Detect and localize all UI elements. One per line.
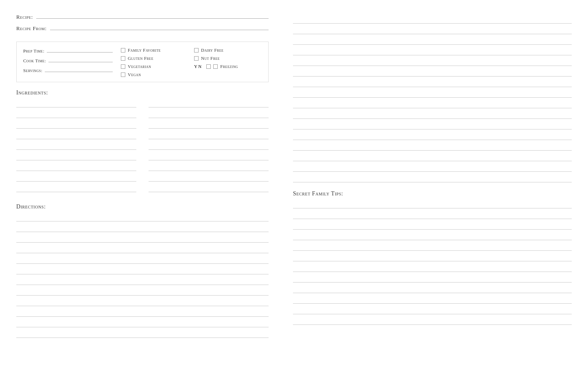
ingredient-line[interactable] xyxy=(149,108,269,118)
right-line[interactable] xyxy=(293,120,572,129)
ingredient-line[interactable] xyxy=(16,140,136,150)
ingredient-line[interactable] xyxy=(16,182,136,192)
ingredient-line[interactable] xyxy=(16,129,136,139)
vegetarian-checkbox[interactable] xyxy=(121,64,125,69)
recipe-from-label: Recipe From: xyxy=(16,25,47,32)
family-favorite-item: Family Favorite xyxy=(121,48,186,53)
tip-line[interactable] xyxy=(293,294,572,304)
recipe-input[interactable] xyxy=(36,12,269,19)
ingredient-line[interactable] xyxy=(149,182,269,192)
ingredient-line[interactable] xyxy=(16,119,136,129)
right-line[interactable] xyxy=(293,151,572,161)
gluten-free-checkbox[interactable] xyxy=(121,56,125,61)
direction-line[interactable] xyxy=(16,286,269,296)
ingredient-line[interactable] xyxy=(149,161,269,171)
right-line[interactable] xyxy=(293,46,572,55)
ingredient-line[interactable] xyxy=(16,161,136,171)
tip-line[interactable] xyxy=(293,283,572,293)
dairy-free-checkbox[interactable] xyxy=(194,48,199,53)
tip-line[interactable] xyxy=(293,230,572,240)
right-line[interactable] xyxy=(293,130,572,140)
ingredients-grid xyxy=(16,98,269,193)
right-line[interactable] xyxy=(293,56,572,66)
meta-box: Prep Time: Cook Time: Servings: Family F… xyxy=(16,42,269,82)
tip-line[interactable] xyxy=(293,241,572,251)
direction-line[interactable] xyxy=(16,328,269,338)
time-fields: Prep Time: Cook Time: Servings: xyxy=(23,47,113,77)
right-line[interactable] xyxy=(293,14,572,24)
ingredient-line[interactable] xyxy=(149,140,269,150)
nut-free-checkbox[interactable] xyxy=(194,56,199,61)
direction-line[interactable] xyxy=(16,243,269,253)
right-line[interactable] xyxy=(293,141,572,151)
vegan-checkbox[interactable] xyxy=(121,72,125,77)
dairy-free-item: Dairy Free xyxy=(194,48,262,53)
ingredient-line[interactable] xyxy=(16,108,136,118)
direction-line[interactable] xyxy=(16,318,269,327)
tip-line[interactable] xyxy=(293,220,572,230)
checkboxes-col1: Family Favorite Gluten Free Vegetarian V… xyxy=(121,47,186,77)
recipe-field-row: Recipe: xyxy=(16,12,269,20)
nut-free-item: Nut Free xyxy=(194,56,262,61)
right-line[interactable] xyxy=(293,88,572,98)
right-line[interactable] xyxy=(293,109,572,119)
ingredient-line[interactable] xyxy=(16,151,136,160)
direction-line[interactable] xyxy=(16,296,269,306)
tip-line[interactable] xyxy=(293,199,572,208)
checkboxes-col2: Dairy Free Nut Free Y N Freezing xyxy=(194,47,262,77)
direction-line[interactable] xyxy=(16,275,269,285)
tip-line[interactable] xyxy=(293,273,572,283)
tip-line[interactable] xyxy=(293,305,572,314)
family-favorite-label: Family Favorite xyxy=(128,48,161,53)
ingredient-line[interactable] xyxy=(149,119,269,129)
prep-time-input[interactable] xyxy=(47,47,113,53)
recipe-from-input[interactable] xyxy=(50,24,269,30)
right-line[interactable] xyxy=(293,67,572,77)
direction-line[interactable] xyxy=(16,265,269,274)
right-line[interactable] xyxy=(293,173,572,182)
direction-line[interactable] xyxy=(16,233,269,243)
family-favorite-checkbox[interactable] xyxy=(121,48,125,53)
recipe-label: Recipe: xyxy=(16,14,33,20)
direction-line[interactable] xyxy=(16,222,269,232)
tip-line[interactable] xyxy=(293,315,572,325)
cook-time-input[interactable] xyxy=(48,57,113,62)
right-line[interactable] xyxy=(293,35,572,45)
ingredient-line[interactable] xyxy=(149,98,269,107)
tip-line[interactable] xyxy=(293,262,572,272)
servings-input[interactable] xyxy=(45,66,113,72)
gluten-free-label: Gluten Free xyxy=(128,56,153,61)
freezing-checkbox-y[interactable] xyxy=(206,64,211,69)
recipe-page: Recipe: Recipe From: Prep Time: Cook Tim… xyxy=(16,12,572,339)
servings-row: Servings: xyxy=(23,66,113,73)
tip-line[interactable] xyxy=(293,209,572,219)
right-column: Secret Family Tips: xyxy=(293,12,572,339)
ingredients-section: Ingredients: xyxy=(16,90,269,200)
ingredient-line[interactable] xyxy=(16,98,136,107)
right-line[interactable] xyxy=(293,162,572,172)
cook-time-row: Cook Time: xyxy=(23,57,113,63)
direction-line[interactable] xyxy=(16,254,269,264)
right-line[interactable] xyxy=(293,99,572,108)
direction-line[interactable] xyxy=(16,212,269,221)
ingredient-line[interactable] xyxy=(16,172,136,182)
ingredient-line[interactable] xyxy=(149,129,269,139)
freezing-checkbox-n[interactable] xyxy=(213,64,218,69)
right-line[interactable] xyxy=(293,77,572,87)
recipe-from-field-row: Recipe From: xyxy=(16,24,269,32)
gluten-free-item: Gluten Free xyxy=(121,56,186,61)
tip-line[interactable] xyxy=(293,252,572,261)
servings-label: Servings: xyxy=(23,68,42,73)
direction-line[interactable] xyxy=(16,307,269,317)
prep-time-row: Prep Time: xyxy=(23,47,113,53)
ingredient-line[interactable] xyxy=(149,172,269,182)
right-line[interactable] xyxy=(293,24,572,34)
freezing-item: Y N Freezing xyxy=(194,64,262,69)
cook-time-label: Cook Time: xyxy=(23,58,46,63)
tips-lines xyxy=(293,199,572,326)
secret-tips-label: Secret Family Tips: xyxy=(293,191,572,197)
vegetarian-label: Vegetarian xyxy=(128,64,151,69)
vegetarian-item: Vegetarian xyxy=(121,64,186,69)
directions-lines xyxy=(16,212,269,339)
ingredient-line[interactable] xyxy=(149,151,269,160)
